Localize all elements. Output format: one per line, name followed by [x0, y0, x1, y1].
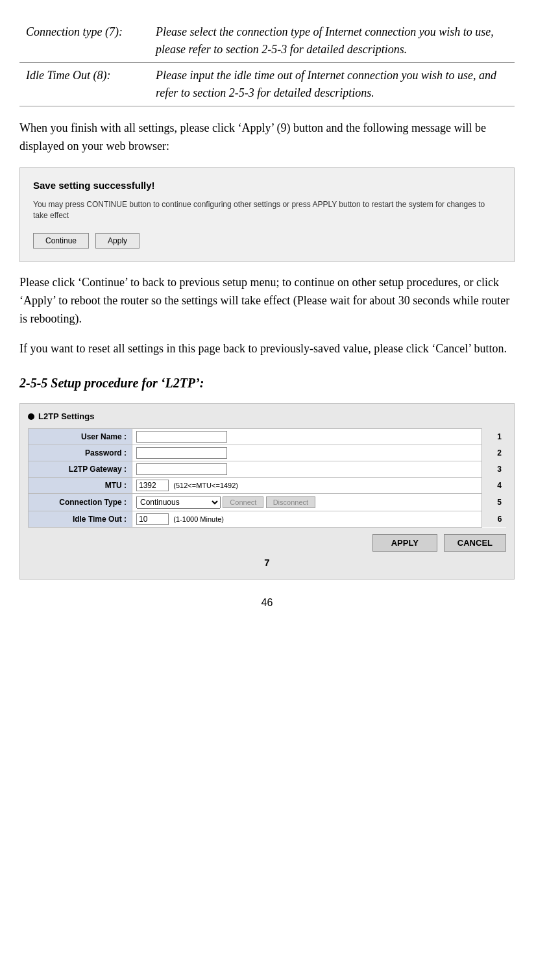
cell-num-6: 6	[482, 511, 506, 527]
def-term-idle-time-out: Idle Time Out (8):	[19, 63, 149, 106]
label-idle-time-out: Idle Time Out :	[29, 511, 132, 527]
continue-button[interactable]: Continue	[33, 233, 89, 249]
table-row-username: User Name : 1	[29, 428, 506, 445]
cell-username	[132, 428, 482, 445]
label-password: Password :	[29, 445, 132, 461]
row-num-7: 7	[28, 556, 506, 570]
paragraph-cancel-instruction: If you want to reset all settings in thi…	[19, 340, 515, 358]
label-l2tp-gateway: L2TP Gateway :	[29, 461, 132, 477]
cell-password	[132, 445, 482, 461]
disconnect-button[interactable]: Disconnect	[266, 496, 315, 508]
l2tp-settings-box: L2TP Settings User Name : 1	[19, 403, 515, 580]
cell-l2tp-gateway	[132, 461, 482, 477]
row-num-2: 2	[497, 448, 502, 458]
def-term-connection-type: Connection type (7):	[19, 19, 149, 63]
apply-button-savebox[interactable]: Apply	[95, 233, 140, 249]
input-password[interactable]	[136, 447, 227, 459]
save-title: Save setting successfully!	[33, 178, 501, 193]
mtu-hint: (512<=MTU<=1492)	[173, 482, 238, 489]
definition-table: Connection type (7): Please select the c…	[19, 19, 515, 106]
row-num-3: 3	[497, 465, 502, 474]
cell-connection-type: Continuous Connect Disconnect	[132, 493, 482, 511]
row-num-4: 4	[497, 481, 502, 490]
input-username[interactable]	[136, 431, 227, 443]
label-connection-type: Connection Type :	[29, 493, 132, 511]
cancel-button[interactable]: CANCEL	[444, 534, 506, 552]
paragraph-apply-instruction: When you finish with all settings, pleas…	[19, 119, 515, 156]
input-mtu[interactable]	[136, 480, 169, 491]
save-box-buttons: Continue Apply	[33, 233, 501, 249]
label-username: User Name :	[29, 428, 132, 445]
apply-cancel-row: APPLY CANCEL	[28, 534, 506, 552]
cell-num-1: 1	[482, 428, 506, 445]
select-connection-type[interactable]: Continuous	[136, 496, 221, 509]
input-idle-time-out[interactable]	[136, 513, 169, 525]
page-number: 46	[19, 595, 515, 611]
label-mtu: MTU :	[29, 477, 132, 493]
table-row-password: Password : 2	[29, 445, 506, 461]
main-content: Connection type (7): Please select the c…	[19, 19, 515, 611]
definition-table-section: Connection type (7): Please select the c…	[19, 19, 515, 106]
cell-num-3: 3	[482, 461, 506, 477]
def-desc-idle-time-out: Please input the idle time out of Intern…	[149, 63, 515, 106]
row-num-1: 1	[497, 432, 502, 441]
l2tp-title-text: L2TP Settings	[38, 410, 94, 423]
l2tp-form-table: User Name : 1 Password :	[28, 428, 506, 528]
paragraph-continue-instruction: Please click ‘Continue’ to back to previ…	[19, 274, 515, 328]
row-num-5: 5	[497, 498, 502, 507]
l2tp-title: L2TP Settings	[28, 410, 506, 423]
save-success-box: Save setting successfully! You may press…	[19, 167, 515, 262]
idle-hint: (1-1000 Minute)	[173, 515, 224, 523]
page-content: Connection type (7): Please select the c…	[13, 13, 541, 624]
table-row-connection-type: Connection Type : Continuous Connect Dis…	[29, 493, 506, 511]
l2tp-table-wrapper: User Name : 1 Password :	[28, 428, 506, 528]
cell-num-5: 5	[482, 493, 506, 511]
cell-num-4: 4	[482, 477, 506, 493]
row-num-6: 6	[498, 515, 502, 524]
cell-mtu: (512<=MTU<=1492)	[132, 477, 482, 493]
def-row-idle-time-out: Idle Time Out (8): Please input the idle…	[19, 63, 515, 106]
cell-num-2: 2	[482, 445, 506, 461]
cell-idle-time-out: (1-1000 Minute)	[132, 511, 482, 527]
save-message: You may press CONTINUE button to continu…	[33, 199, 501, 221]
apply-button[interactable]: APPLY	[372, 534, 437, 552]
section-heading-l2tp: 2-5-5 Setup procedure for ‘L2TP’:	[19, 373, 515, 393]
table-row-mtu: MTU : (512<=MTU<=1492) 4	[29, 477, 506, 493]
input-l2tp-gateway[interactable]	[136, 463, 227, 475]
def-desc-connection-type: Please select the connection type of Int…	[149, 19, 515, 63]
table-row-l2tp-gateway: L2TP Gateway : 3	[29, 461, 506, 477]
connect-button[interactable]: Connect	[223, 496, 263, 508]
bullet-icon	[28, 413, 34, 420]
table-row-idle-time-out: Idle Time Out : (1-1000 Minute) 6	[29, 511, 506, 527]
def-row-connection-type: Connection type (7): Please select the c…	[19, 19, 515, 63]
